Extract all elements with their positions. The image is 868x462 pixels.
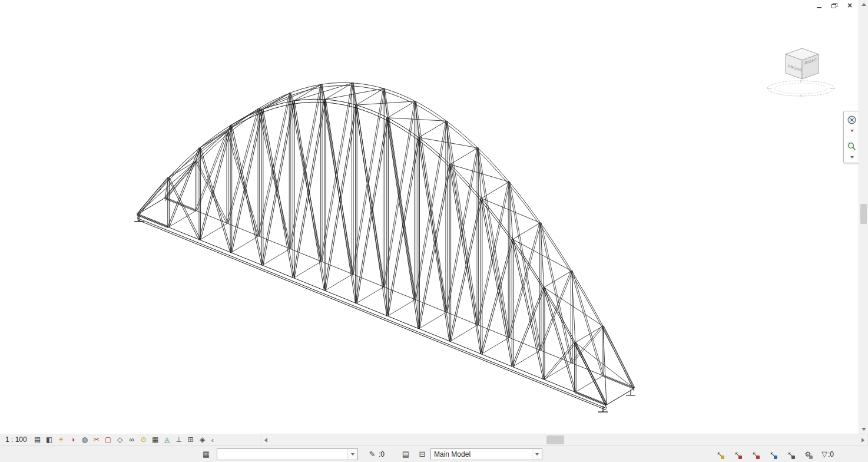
editing-requests-icon[interactable]: ✎ bbox=[366, 449, 378, 460]
active-design-option-value: Main Model bbox=[431, 450, 532, 458]
arrow-down-icon bbox=[862, 428, 866, 431]
show-rendering-dialog-icon[interactable]: ◍ bbox=[79, 434, 90, 445]
steering-wheel-icon bbox=[847, 115, 857, 125]
view-scale-button[interactable]: 1 : 100 bbox=[5, 435, 27, 444]
toggle-accent-dot bbox=[721, 456, 724, 459]
toggle-accent-dot bbox=[791, 456, 795, 459]
toggle-accent-dot bbox=[809, 456, 813, 459]
scroll-down-button[interactable] bbox=[859, 425, 868, 434]
selection-toggles: ↖ ↖ ↖ ↖ ↖ ⚙ bbox=[714, 449, 813, 460]
reveal-hidden-elements-icon[interactable]: ⊙ bbox=[138, 434, 149, 445]
shadows-icon[interactable]: ◑ bbox=[68, 434, 78, 445]
status-bar: ▦ ✎ :0 ▤ ⊟ Main Model ↖ ↖ ↖ bbox=[0, 446, 868, 462]
chevron-down-icon bbox=[351, 453, 355, 456]
select-links-toggle[interactable]: ↖ bbox=[714, 449, 725, 460]
arrow-left-icon bbox=[264, 438, 267, 443]
background-processes-toggle[interactable]: ⚙ bbox=[803, 449, 813, 460]
viewcube-compass-ring[interactable] bbox=[767, 81, 834, 96]
toggle-accent-dot bbox=[756, 456, 760, 459]
zoom-magnifier-icon bbox=[847, 141, 857, 151]
scroll-left-button[interactable] bbox=[261, 434, 270, 446]
active-workset-dropdown[interactable] bbox=[217, 448, 358, 460]
editing-requests-count: :0 bbox=[379, 450, 385, 458]
sun-path-icon[interactable]: ☀ bbox=[56, 434, 67, 445]
zoom-options-chevron[interactable] bbox=[844, 154, 860, 160]
filter-icon[interactable]: ▽ bbox=[821, 450, 827, 458]
arrow-right-icon bbox=[862, 438, 864, 443]
collapse-view-bar-button[interactable]: ‹ bbox=[211, 435, 214, 444]
show-crop-region-icon[interactable]: ▢ bbox=[103, 434, 114, 445]
vertical-scrollbar[interactable] bbox=[859, 0, 868, 434]
visual-style-icon[interactable]: ◧ bbox=[44, 434, 55, 445]
detail-level-icon[interactable]: ▤ bbox=[32, 434, 43, 445]
view-control-row: 1 : 100 ▤◧☀◑◍✂▢◇∞⊙▦◬⊥⊞◈ ‹ bbox=[0, 434, 868, 446]
view-control-bar-icons: ▤◧☀◑◍✂▢◇∞⊙▦◬⊥⊞◈ bbox=[32, 434, 208, 445]
drawing-canvas[interactable]: × FRONT RIGHT bbox=[0, 0, 868, 434]
toggle-accent-dot bbox=[774, 456, 777, 459]
revit-app-window: × FRONT RIGHT bbox=[0, 0, 868, 462]
select-pinned-toggle[interactable]: ↖ bbox=[750, 449, 760, 460]
displacement-sets-icon[interactable]: ◈ bbox=[197, 434, 208, 445]
worksharing-display-icon[interactable]: ⊞ bbox=[185, 434, 196, 445]
show-constraints-icon[interactable]: ⊥ bbox=[174, 434, 184, 445]
crop-view-icon[interactable]: ✂ bbox=[91, 434, 102, 445]
design-options-icon[interactable]: ▤ bbox=[400, 449, 412, 460]
minimize-icon bbox=[817, 7, 821, 8]
minimize-button[interactable] bbox=[814, 1, 824, 9]
restore-icon bbox=[831, 3, 837, 8]
active-design-option-dropdown[interactable]: Main Model bbox=[430, 448, 542, 460]
viewcube-cube[interactable]: FRONT RIGHT bbox=[786, 48, 819, 79]
exclude-options-icon[interactable]: ⊟ bbox=[416, 449, 428, 460]
bridge-truss-wireframe bbox=[0, 0, 868, 434]
scroll-up-button[interactable] bbox=[859, 0, 868, 9]
viewcube[interactable]: FRONT RIGHT bbox=[762, 44, 841, 104]
select-by-face-toggle[interactable]: ↖ bbox=[767, 449, 778, 460]
close-button[interactable]: × bbox=[844, 1, 855, 9]
full-navigation-wheel-button[interactable] bbox=[846, 114, 858, 126]
vertical-scrollbar-thumb[interactable] bbox=[860, 204, 867, 224]
filter-count: :0 bbox=[828, 450, 834, 458]
navbar-divider bbox=[846, 137, 857, 137]
drag-on-selection-toggle[interactable]: ↖ bbox=[785, 449, 796, 460]
view-control-bar: 1 : 100 ▤◧☀◑◍✂▢◇∞⊙▦◬⊥⊞◈ ‹ bbox=[0, 434, 261, 446]
active-workset-chevron[interactable] bbox=[347, 449, 357, 460]
toggle-accent-dot bbox=[738, 456, 742, 459]
scroll-right-button[interactable] bbox=[859, 434, 867, 446]
close-icon: × bbox=[847, 2, 852, 9]
view-window-controls: × bbox=[814, 1, 855, 9]
arrow-up-icon bbox=[862, 3, 866, 6]
unlocked-3d-view-icon[interactable]: ◇ bbox=[115, 434, 125, 445]
navigation-bar bbox=[843, 111, 860, 163]
horizontal-scrollbar-thumb[interactable] bbox=[546, 435, 564, 444]
restore-button[interactable] bbox=[829, 1, 840, 9]
select-underlay-toggle[interactable]: ↖ bbox=[732, 449, 743, 460]
temporary-hide-isolate-icon[interactable]: ∞ bbox=[127, 434, 137, 445]
zoom-button[interactable] bbox=[846, 140, 858, 153]
worksets-icon[interactable]: ▦ bbox=[200, 449, 212, 460]
hide-analytical-model-icon[interactable]: ◬ bbox=[162, 434, 173, 445]
design-option-chevron[interactable] bbox=[532, 449, 542, 460]
chevron-down-icon bbox=[535, 453, 539, 456]
filter-group: ▽ :0 bbox=[821, 450, 868, 458]
viewcube-compass-inner-ring bbox=[775, 83, 827, 94]
wheel-options-chevron[interactable] bbox=[844, 128, 860, 134]
horizontal-scrollbar[interactable] bbox=[261, 434, 868, 446]
chevron-down-icon bbox=[850, 130, 854, 132]
temporary-view-properties-icon[interactable]: ▦ bbox=[150, 434, 161, 445]
chevron-down-icon bbox=[850, 156, 854, 159]
